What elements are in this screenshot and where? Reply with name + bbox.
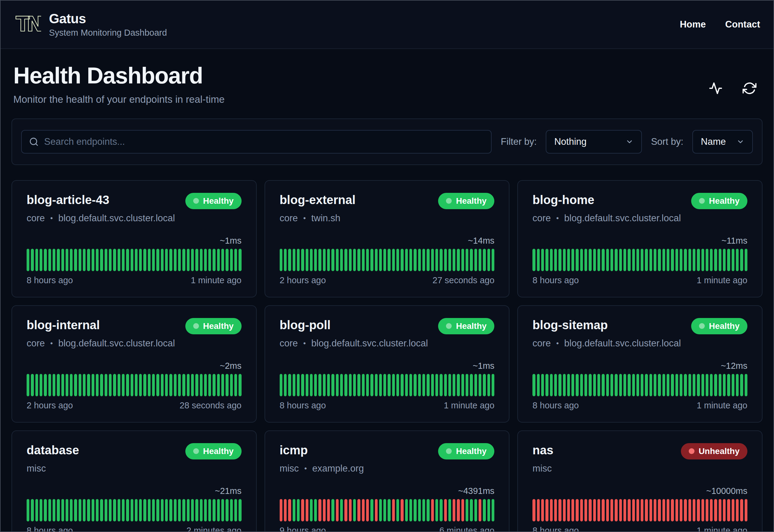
uptime-bar-up[interactable]: [118, 374, 120, 396]
uptime-bar-up[interactable]: [239, 499, 241, 521]
uptime-bar-up[interactable]: [200, 374, 203, 396]
uptime-bar-up[interactable]: [427, 374, 429, 396]
uptime-bar-up[interactable]: [293, 374, 295, 396]
uptime-bar-up[interactable]: [318, 249, 321, 271]
uptime-bar-up[interactable]: [714, 374, 717, 396]
uptime-bar-down[interactable]: [457, 499, 460, 521]
uptime-bar-up[interactable]: [314, 499, 317, 521]
uptime-bar-up[interactable]: [667, 374, 669, 396]
uptime-bar-up[interactable]: [126, 499, 129, 521]
uptime-bar-up[interactable]: [156, 499, 159, 521]
uptime-bar-up[interactable]: [156, 374, 159, 396]
uptime-bar-up[interactable]: [234, 499, 237, 521]
uptime-bar-up[interactable]: [208, 374, 211, 396]
uptime-bar-up[interactable]: [667, 249, 669, 271]
uptime-bar-up[interactable]: [79, 374, 81, 396]
uptime-bar-up[interactable]: [440, 499, 442, 521]
uptime-bar-up[interactable]: [366, 249, 369, 271]
uptime-bars[interactable]: [27, 499, 242, 521]
uptime-bar-down[interactable]: [532, 499, 535, 521]
uptime-bar-up[interactable]: [628, 249, 630, 271]
uptime-bar-up[interactable]: [487, 374, 490, 396]
uptime-bar-down[interactable]: [623, 499, 626, 521]
uptime-bar-up[interactable]: [684, 374, 687, 396]
uptime-bar-up[interactable]: [353, 249, 356, 271]
uptime-bar-up[interactable]: [440, 374, 442, 396]
uptime-bar-up[interactable]: [383, 249, 386, 271]
uptime-bar-up[interactable]: [440, 249, 442, 271]
uptime-bar-down[interactable]: [740, 499, 743, 521]
uptime-bar-up[interactable]: [710, 374, 713, 396]
uptime-bar-up[interactable]: [697, 374, 700, 396]
uptime-bar-down[interactable]: [318, 499, 321, 521]
uptime-bar-down[interactable]: [641, 499, 643, 521]
uptime-bar-up[interactable]: [723, 374, 726, 396]
uptime-bar-up[interactable]: [383, 374, 386, 396]
uptime-bar-up[interactable]: [435, 249, 438, 271]
uptime-bar-up[interactable]: [48, 499, 51, 521]
uptime-bar-up[interactable]: [409, 374, 412, 396]
uptime-bar-up[interactable]: [92, 499, 94, 521]
uptime-bar-up[interactable]: [567, 249, 570, 271]
uptime-bar-up[interactable]: [191, 374, 194, 396]
uptime-bar-up[interactable]: [53, 374, 55, 396]
uptime-bar-down[interactable]: [479, 499, 481, 521]
uptime-bar-up[interactable]: [301, 249, 304, 271]
uptime-bar-up[interactable]: [83, 374, 86, 396]
uptime-bar-up[interactable]: [370, 249, 373, 271]
uptime-bar-up[interactable]: [466, 249, 468, 271]
uptime-bar-up[interactable]: [87, 499, 90, 521]
uptime-bar-down[interactable]: [688, 499, 691, 521]
uptime-bar-up[interactable]: [70, 499, 73, 521]
uptime-bar-up[interactable]: [680, 249, 682, 271]
uptime-bar-up[interactable]: [100, 374, 103, 396]
uptime-bar-down[interactable]: [576, 499, 578, 521]
uptime-bar-up[interactable]: [152, 499, 155, 521]
uptime-bar-up[interactable]: [370, 374, 373, 396]
uptime-bar-up[interactable]: [541, 374, 544, 396]
uptime-bar-down[interactable]: [649, 499, 652, 521]
uptime-bar-up[interactable]: [92, 374, 94, 396]
uptime-bars[interactable]: [280, 374, 495, 396]
uptime-bar-up[interactable]: [96, 499, 99, 521]
uptime-bar-up[interactable]: [388, 374, 390, 396]
uptime-bar-up[interactable]: [693, 374, 695, 396]
nav-link-contact[interactable]: Contact: [725, 19, 760, 30]
uptime-bar-down[interactable]: [680, 499, 682, 521]
uptime-bar-up[interactable]: [293, 499, 295, 521]
uptime-bar-up[interactable]: [628, 374, 630, 396]
uptime-bar-up[interactable]: [414, 499, 416, 521]
uptime-bar-up[interactable]: [623, 249, 626, 271]
uptime-bar-down[interactable]: [558, 499, 561, 521]
uptime-bar-up[interactable]: [57, 249, 60, 271]
uptime-bar-up[interactable]: [418, 249, 421, 271]
uptime-bar-down[interactable]: [719, 499, 721, 521]
uptime-bar-up[interactable]: [732, 249, 734, 271]
uptime-bar-up[interactable]: [135, 499, 138, 521]
uptime-bar-up[interactable]: [474, 249, 477, 271]
uptime-bar-down[interactable]: [571, 499, 574, 521]
uptime-bar-up[interactable]: [174, 249, 177, 271]
uptime-bar-up[interactable]: [31, 499, 34, 521]
uptime-bar-up[interactable]: [200, 249, 203, 271]
uptime-bar-up[interactable]: [736, 249, 739, 271]
uptime-bar-up[interactable]: [444, 374, 447, 396]
uptime-bars[interactable]: [532, 374, 747, 396]
uptime-bar-up[interactable]: [589, 249, 591, 271]
uptime-bar-up[interactable]: [340, 249, 343, 271]
uptime-bar-down[interactable]: [284, 499, 287, 521]
uptime-bar-up[interactable]: [736, 374, 739, 396]
uptime-bar-up[interactable]: [461, 249, 464, 271]
uptime-bar-up[interactable]: [195, 374, 198, 396]
uptime-bar-up[interactable]: [40, 499, 42, 521]
uptime-bar-up[interactable]: [658, 249, 661, 271]
uptime-bar-up[interactable]: [580, 249, 583, 271]
uptime-bar-up[interactable]: [27, 249, 29, 271]
uptime-bar-up[interactable]: [414, 374, 416, 396]
uptime-bar-up[interactable]: [537, 374, 540, 396]
uptime-bar-up[interactable]: [340, 499, 343, 521]
uptime-bar-down[interactable]: [693, 499, 695, 521]
uptime-bar-up[interactable]: [323, 249, 326, 271]
uptime-bar-up[interactable]: [654, 249, 656, 271]
uptime-bar-up[interactable]: [74, 374, 77, 396]
